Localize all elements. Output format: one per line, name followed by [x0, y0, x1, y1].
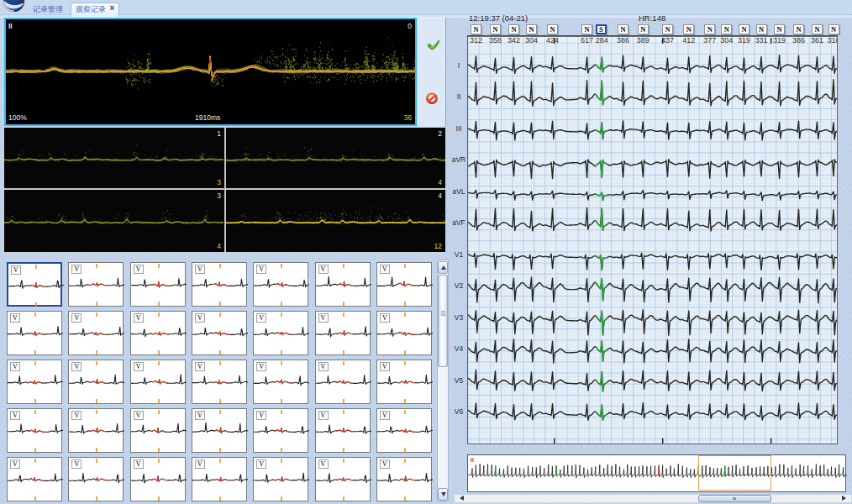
svg-text:312: 312	[470, 35, 482, 44]
svg-text:304: 304	[525, 35, 538, 44]
svg-text:284: 284	[596, 35, 608, 44]
svg-text:358: 358	[489, 35, 502, 44]
svg-text:386: 386	[617, 35, 629, 44]
svg-text:319: 319	[738, 35, 750, 44]
svg-text:377: 377	[703, 35, 716, 44]
svg-text:310: 310	[827, 35, 838, 44]
svg-text:617: 617	[581, 35, 593, 44]
svg-text:331: 331	[755, 35, 767, 44]
svg-text:342: 342	[508, 35, 520, 44]
svg-text:319: 319	[773, 35, 786, 44]
svg-text:389: 389	[637, 35, 650, 44]
svg-text:304: 304	[720, 35, 733, 44]
svg-text:412: 412	[682, 35, 695, 44]
svg-text:361: 361	[811, 35, 823, 44]
svg-text:424: 424	[546, 35, 559, 44]
svg-text:386: 386	[792, 35, 805, 44]
